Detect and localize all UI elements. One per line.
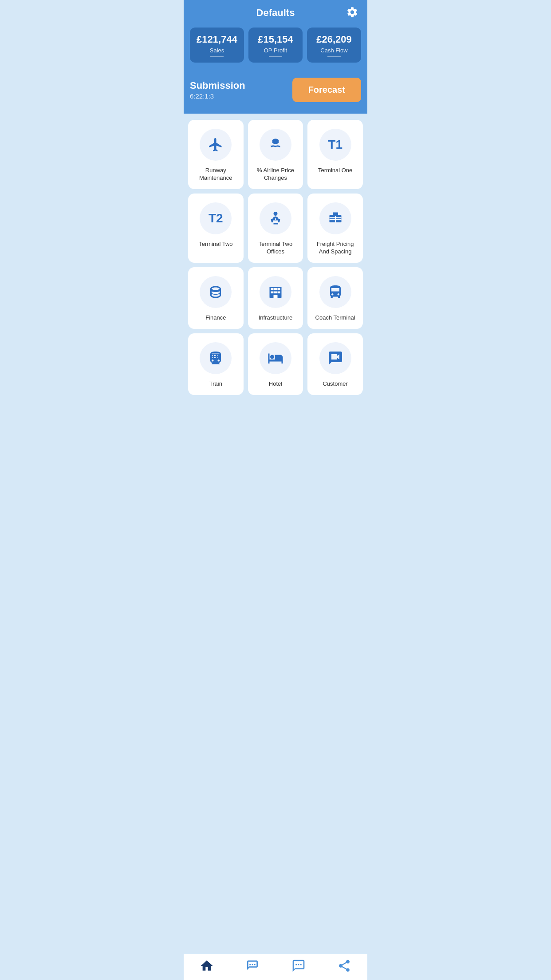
- op-profit-underline: [269, 56, 282, 57]
- hotel-icon: [260, 342, 291, 374]
- airline-price-changes-icon: [260, 129, 291, 161]
- terminal-one-label: Terminal One: [318, 167, 352, 174]
- sales-underline: [210, 56, 224, 57]
- op-profit-value: £15,154: [253, 34, 298, 45]
- terminal-two-label: Terminal Two: [199, 241, 232, 248]
- airline-price-changes-svg: [268, 137, 283, 153]
- grid-card-freight-pricing[interactable]: Freight Pricing And Spacing: [307, 194, 363, 263]
- terminal-two-text-icon: T2: [209, 211, 223, 225]
- coach-terminal-svg: [327, 284, 343, 300]
- train-icon: [200, 342, 232, 374]
- finance-label: Finance: [205, 314, 226, 322]
- infrastructure-icon: [260, 276, 291, 308]
- svg-rect-13: [277, 291, 280, 293]
- terminal-two-offices-svg: [268, 210, 283, 226]
- runway-maintenance-icon: [200, 129, 232, 161]
- header: Defaults: [184, 0, 367, 28]
- svg-rect-8: [271, 288, 273, 290]
- terminal-two-offices-label: Terminal Two Offices: [252, 241, 299, 256]
- grid-card-terminal-two-offices[interactable]: Terminal Two Offices: [248, 194, 303, 263]
- cash-flow-stat: £26,209 Cash Flow: [307, 28, 361, 63]
- infrastructure-svg: [268, 284, 283, 300]
- cash-flow-underline: [327, 56, 341, 57]
- sales-label: Sales: [194, 47, 240, 54]
- infrastructure-label: Infrastructure: [259, 314, 293, 322]
- svg-rect-9: [274, 288, 277, 290]
- hotel-label: Hotel: [269, 380, 282, 388]
- op-profit-label: OP Profit: [253, 47, 298, 54]
- train-label: Train: [209, 380, 222, 388]
- finance-icon: [200, 276, 232, 308]
- terminal-one-text-icon: T1: [328, 138, 342, 152]
- cash-flow-value: £26,209: [311, 34, 357, 45]
- grid-container: Runway Maintenance % Airline Price Chang…: [184, 114, 367, 401]
- hotel-svg: [268, 350, 283, 366]
- freight-pricing-svg: [327, 210, 343, 226]
- coach-terminal-label: Coach Terminal: [315, 314, 355, 322]
- gear-icon[interactable]: [346, 6, 358, 22]
- svg-point-1: [272, 140, 279, 144]
- train-svg: [208, 350, 224, 366]
- svg-rect-6: [333, 213, 338, 216]
- grid-card-hotel[interactable]: Hotel: [248, 333, 303, 395]
- customer-label: Customer: [323, 380, 347, 388]
- page-title: Defaults: [256, 7, 295, 19]
- finance-svg: [208, 284, 224, 300]
- grid-card-terminal-two[interactable]: T2Terminal Two: [188, 194, 244, 263]
- freight-pricing-icon: [319, 202, 351, 234]
- svg-rect-10: [277, 288, 280, 290]
- sales-stat: £121,744 Sales: [190, 28, 244, 63]
- submission-info: Submission 6:22:1:3: [190, 80, 245, 100]
- forecast-button[interactable]: Forecast: [292, 78, 361, 102]
- airline-price-changes-label: % Airline Price Changes: [252, 167, 299, 182]
- grid-card-finance[interactable]: Finance: [188, 267, 244, 329]
- terminal-two-offices-icon: [260, 202, 291, 234]
- runway-maintenance-label: Runway Maintenance: [193, 167, 239, 182]
- grid-card-runway-maintenance[interactable]: Runway Maintenance: [188, 120, 244, 189]
- customer-svg: [327, 350, 343, 366]
- runway-maintenance-svg: [208, 137, 224, 153]
- svg-rect-14: [273, 295, 277, 298]
- grid-card-airline-price-changes[interactable]: % Airline Price Changes: [248, 120, 303, 189]
- terminal-one-icon: T1: [319, 129, 351, 161]
- stats-bar: £121,744 Sales £15,154 OP Profit £26,209…: [184, 28, 367, 73]
- grid-card-infrastructure[interactable]: Infrastructure: [248, 267, 303, 329]
- svg-rect-12: [274, 291, 277, 293]
- stats-row: £121,744 Sales £15,154 OP Profit £26,209…: [190, 28, 361, 63]
- cash-flow-label: Cash Flow: [311, 47, 357, 54]
- submission-row: Submission 6:22:1:3 Forecast: [184, 73, 367, 114]
- grid-card-coach-terminal[interactable]: Coach Terminal: [307, 267, 363, 329]
- terminal-two-icon: T2: [200, 202, 232, 234]
- sales-value: £121,744: [194, 34, 240, 45]
- customer-icon: [319, 342, 351, 374]
- submission-label: Submission: [190, 80, 245, 91]
- coach-terminal-icon: [319, 276, 351, 308]
- grid-card-train[interactable]: Train: [188, 333, 244, 395]
- grid-card-terminal-one[interactable]: T1Terminal One: [307, 120, 363, 189]
- submission-time: 6:22:1:3: [190, 92, 245, 100]
- svg-rect-11: [271, 291, 273, 293]
- freight-pricing-label: Freight Pricing And Spacing: [312, 241, 358, 256]
- op-profit-stat: £15,154 OP Profit: [248, 28, 303, 63]
- grid-card-customer[interactable]: Customer: [307, 333, 363, 395]
